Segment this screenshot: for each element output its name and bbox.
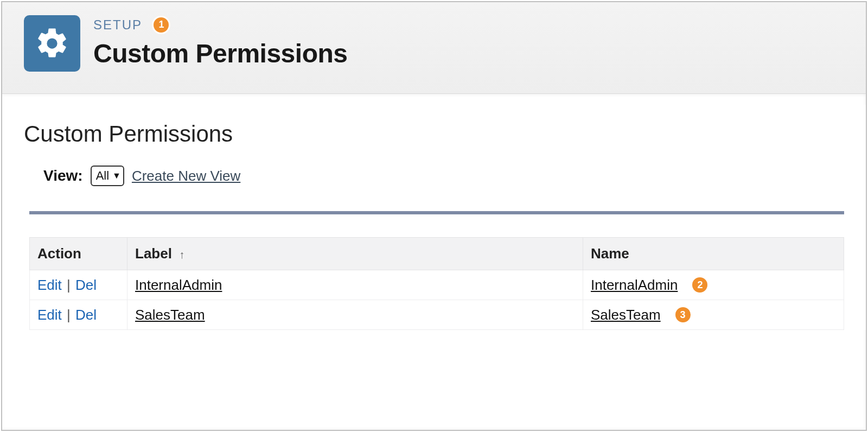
create-new-view-link[interactable]: Create New View — [132, 168, 240, 185]
sort-asc-icon: ↑ — [179, 249, 184, 261]
section-title: Custom Permissions — [24, 121, 844, 147]
gear-icon — [24, 15, 80, 72]
table-row: Edit | Del InternalAdmin InternalAdmin 2 — [30, 270, 844, 300]
view-select-value: All — [96, 169, 109, 183]
name-link[interactable]: InternalAdmin — [591, 277, 678, 294]
setup-header: SETUP 1 Custom Permissions — [2, 2, 866, 94]
edit-link[interactable]: Edit — [37, 307, 62, 323]
view-filter-row: View: All ▼ Create New View — [43, 166, 844, 186]
label-link[interactable]: SalesTeam — [135, 307, 205, 323]
view-label: View: — [43, 167, 83, 185]
main-panel: Custom Permissions View: All ▼ Create Ne… — [2, 105, 866, 330]
callout-badge-1: 1 — [152, 16, 170, 34]
table-row: Edit | Del SalesTeam SalesTeam 3 — [30, 300, 844, 330]
delete-link[interactable]: Del — [75, 307, 97, 323]
col-action[interactable]: Action — [30, 238, 127, 270]
delete-link[interactable]: Del — [75, 277, 97, 293]
chevron-down-icon: ▼ — [112, 171, 121, 180]
breadcrumb-setup[interactable]: SETUP — [93, 17, 142, 33]
name-link[interactable]: SalesTeam — [591, 307, 661, 323]
col-label[interactable]: Label ↑ — [127, 238, 583, 270]
label-link[interactable]: InternalAdmin — [135, 277, 222, 293]
col-label-text: Label — [135, 245, 172, 262]
view-select[interactable]: All ▼ — [91, 166, 124, 186]
callout-badge-2: 2 — [691, 276, 709, 294]
action-separator: | — [66, 277, 72, 293]
edit-link[interactable]: Edit — [37, 277, 62, 293]
col-name[interactable]: Name — [583, 238, 844, 270]
permissions-table-wrap: Action Label ↑ Name Edit | Del — [29, 211, 844, 330]
permissions-table: Action Label ↑ Name Edit | Del — [29, 237, 844, 330]
action-separator: | — [66, 307, 72, 323]
callout-badge-3: 3 — [674, 306, 692, 324]
page-title: Custom Permissions — [93, 39, 347, 68]
